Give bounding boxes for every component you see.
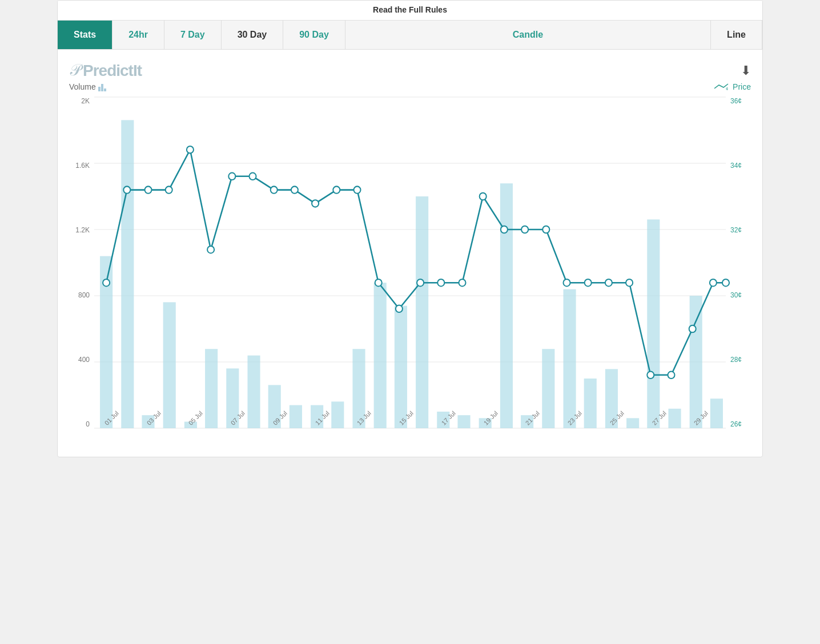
- dot-8: [271, 186, 278, 193]
- dot-12: [353, 186, 360, 193]
- dot-3: [166, 186, 172, 193]
- y-left-2000: 2K: [69, 97, 92, 105]
- dot-18: [480, 193, 487, 200]
- download-button[interactable]: ⬇: [741, 63, 751, 78]
- tab-stats[interactable]: Stats: [58, 21, 112, 49]
- chart-wrapper: 0 400 800 1.2K 1.6K 2K 26¢ 28¢ 30¢ 32¢ 3…: [69, 97, 751, 451]
- dot-27: [668, 372, 674, 379]
- dot-6: [228, 173, 235, 180]
- tab-7day[interactable]: 7 Day: [164, 21, 222, 49]
- bar-5: [205, 349, 218, 428]
- price-label: ¢ Price: [714, 82, 751, 91]
- volume-label: Volume: [69, 82, 106, 91]
- dot-4: [187, 146, 194, 153]
- bar-17: [457, 415, 470, 428]
- y-right-26: 26¢: [728, 420, 751, 428]
- dot-26: [647, 372, 654, 379]
- dot-29: [710, 279, 717, 286]
- chart-area: 𝒫 PredictIt ⬇ Volume ¢ Price: [58, 50, 762, 457]
- y-axis-right: 26¢ 28¢ 30¢ 32¢ 34¢ 36¢: [728, 97, 751, 428]
- volume-icon: [98, 82, 106, 91]
- tab-24hr[interactable]: 24hr: [112, 21, 164, 49]
- y-axis-left: 0 400 800 1.2K 1.6K 2K: [69, 97, 92, 428]
- bar-21: [542, 349, 554, 428]
- bar-14: [395, 306, 407, 428]
- chart-legend: Volume ¢ Price: [69, 82, 751, 91]
- dot-5: [207, 246, 214, 253]
- read-rules-bar: Read the Full Rules: [58, 1, 762, 21]
- price-text: Price: [733, 82, 751, 91]
- x-axis: 01 Jul 03 Jul 05 Jul 07 Jul 09 Jul 11 Ju…: [94, 428, 726, 451]
- y-left-400: 400: [69, 356, 92, 364]
- dot-19: [501, 226, 508, 233]
- dot-17: [459, 279, 465, 286]
- bar-28: [690, 296, 702, 428]
- logo: 𝒫 PredictIt: [69, 61, 142, 80]
- y-right-28: 28¢: [728, 356, 751, 364]
- dot-1: [123, 186, 130, 193]
- tab-line[interactable]: Line: [711, 21, 762, 49]
- dot-11: [333, 186, 340, 193]
- y-left-1600: 1.6K: [69, 162, 92, 170]
- dot-21: [542, 226, 549, 233]
- dot-30: [722, 279, 729, 286]
- y-left-0: 0: [69, 420, 92, 428]
- tab-30day[interactable]: 30 Day: [222, 21, 284, 49]
- y-left-1200: 1.2K: [69, 226, 92, 234]
- logo-text: PredictIt: [83, 62, 142, 80]
- volume-text: Volume: [69, 82, 96, 91]
- bar-15: [416, 196, 428, 428]
- dot-15: [417, 279, 424, 286]
- dot-20: [521, 226, 528, 233]
- chart-inner: [94, 97, 726, 428]
- bar-26: [647, 219, 660, 428]
- y-right-30: 30¢: [728, 291, 751, 299]
- bar-19: [500, 183, 513, 428]
- main-container: Read the Full Rules Stats 24hr 7 Day 30 …: [57, 0, 763, 457]
- bar-1: [121, 120, 134, 428]
- dot-28: [689, 325, 696, 332]
- dot-24: [605, 279, 612, 286]
- tab-bar: Stats 24hr 7 Day 30 Day 90 Day Candle Li…: [58, 21, 762, 50]
- dot-2: [144, 186, 151, 193]
- chart-svg: [94, 97, 726, 428]
- dot-22: [563, 279, 570, 286]
- bar-25: [626, 418, 639, 428]
- y-right-32: 32¢: [728, 226, 751, 234]
- tab-90day[interactable]: 90 Day: [283, 21, 345, 49]
- bar-7: [247, 356, 260, 428]
- read-rules-text: Read the Full Rules: [373, 5, 447, 14]
- dot-14: [396, 305, 403, 312]
- svg-text:¢: ¢: [726, 86, 728, 91]
- dot-25: [626, 279, 633, 286]
- tab-candle[interactable]: Candle: [345, 21, 711, 49]
- y-right-36: 36¢: [728, 97, 751, 105]
- dot-10: [312, 200, 319, 207]
- dot-9: [291, 186, 298, 193]
- chart-header: 𝒫 PredictIt ⬇: [69, 61, 751, 80]
- price-line-icon: ¢: [714, 83, 730, 91]
- dot-16: [437, 279, 444, 286]
- logo-icon: 𝒫: [69, 61, 81, 80]
- dot-0: [103, 279, 110, 286]
- y-right-34: 34¢: [728, 162, 751, 170]
- y-left-800: 800: [69, 291, 92, 299]
- dot-23: [585, 279, 592, 286]
- bar-22: [563, 289, 576, 428]
- dot-13: [375, 279, 382, 286]
- dot-7: [249, 173, 256, 180]
